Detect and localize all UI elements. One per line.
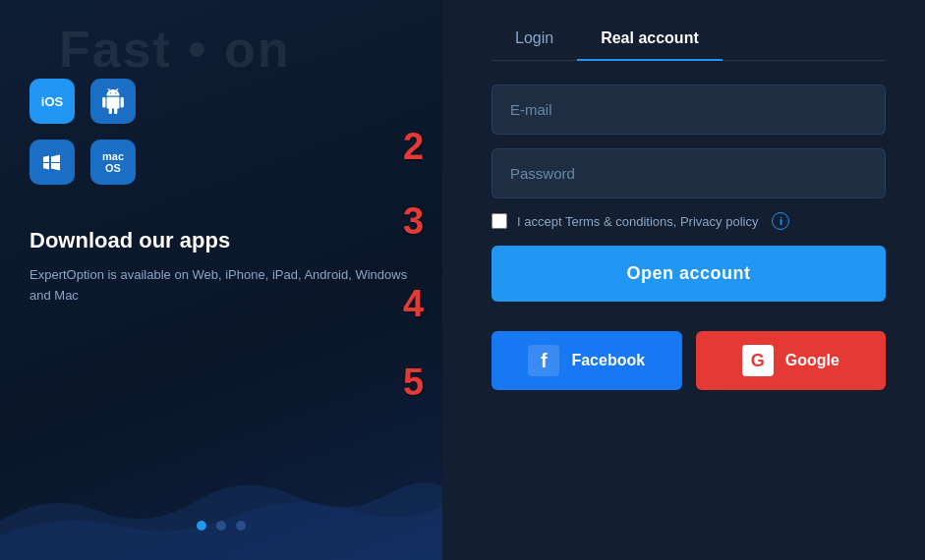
mac-icon[interactable]: macOS (90, 140, 136, 185)
step-3: 3 (403, 202, 424, 240)
facebook-icon: f (528, 345, 559, 376)
terms-row: I accept Terms & conditions, Privacy pol… (491, 212, 886, 230)
right-panel: Login Real account I accept Terms & cond… (442, 0, 925, 560)
facebook-label: Facebook (571, 352, 645, 369)
email-group (491, 84, 886, 135)
step-4: 4 (403, 285, 424, 322)
info-icon[interactable]: i (772, 212, 789, 230)
password-group (491, 148, 886, 198)
carousel-dots[interactable] (197, 521, 246, 531)
left-panel: Fast • on iOS macO (0, 0, 442, 560)
steps-container: 2 3 4 5 (403, 128, 424, 428)
google-label: Google (785, 352, 839, 369)
android-icon[interactable] (90, 79, 136, 124)
step-5: 5 (403, 364, 424, 401)
google-button[interactable]: G Google (696, 331, 887, 390)
email-field[interactable] (491, 84, 886, 135)
download-desc: ExpertOption is available on Web, iPhone… (29, 265, 413, 307)
step-2: 2 (403, 128, 424, 165)
bg-text: Fast • on (59, 20, 291, 79)
open-account-button[interactable]: Open account (491, 246, 886, 302)
dot-1[interactable] (197, 521, 206, 531)
windows-icon[interactable] (29, 140, 75, 185)
facebook-button[interactable]: f Facebook (491, 331, 682, 390)
social-buttons: f Facebook G Google (491, 331, 886, 390)
dot-3[interactable] (236, 521, 246, 531)
terms-label: I accept Terms & conditions, Privacy pol… (517, 214, 758, 229)
google-icon: G (742, 345, 774, 376)
dot-2[interactable] (216, 521, 226, 531)
tab-login[interactable]: Login (491, 18, 577, 61)
download-title: Download our apps (29, 228, 413, 253)
ios-icon[interactable]: iOS (29, 79, 75, 124)
tab-real-account[interactable]: Real account (577, 18, 723, 61)
app-icons: iOS macOS (29, 79, 413, 189)
terms-checkbox[interactable] (491, 213, 507, 229)
tab-bar: Login Real account (491, 0, 886, 61)
password-field[interactable] (491, 148, 886, 198)
download-section: Download our apps ExpertOption is availa… (29, 228, 413, 307)
social-divider (491, 302, 886, 331)
